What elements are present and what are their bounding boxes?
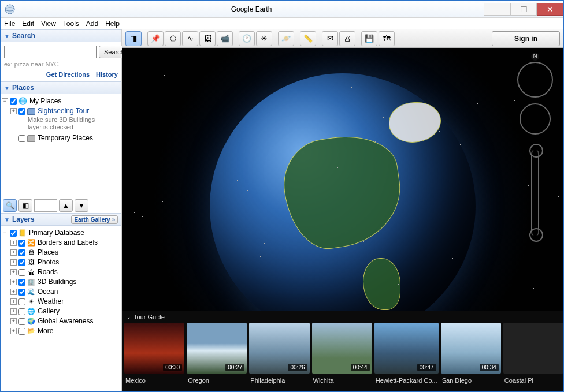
- sightseeing-checkbox[interactable]: [18, 108, 25, 115]
- tour-item[interactable]: Coastal Pl: [503, 323, 563, 391]
- expand-toggle[interactable]: +: [10, 269, 17, 275]
- expand-toggle[interactable]: −: [2, 98, 8, 104]
- layer-label[interactable]: 3D Buildings: [38, 277, 76, 287]
- tour-item[interactable]: 00:47Hewlett-Packard Co...: [374, 323, 439, 391]
- image-overlay-button[interactable]: 🖼: [199, 31, 216, 46]
- planets-button[interactable]: 🪐: [278, 31, 294, 46]
- expand-toggle[interactable]: +: [10, 279, 17, 285]
- layer-checkbox[interactable]: [18, 308, 25, 315]
- expand-toggle[interactable]: +: [10, 240, 17, 246]
- polygon-button[interactable]: ⬠: [165, 31, 181, 46]
- tour-guide-header[interactable]: ⌄Tour Guide: [122, 311, 563, 323]
- expand-toggle[interactable]: +: [10, 298, 17, 305]
- pan-control[interactable]: [520, 103, 551, 135]
- zoom-slider[interactable]: [531, 150, 539, 236]
- history-link[interactable]: History: [96, 71, 118, 78]
- layer-checkbox[interactable]: [18, 328, 25, 335]
- record-tour-button[interactable]: 📹: [217, 31, 233, 46]
- compass-control[interactable]: [517, 62, 553, 98]
- minimize-button[interactable]: —: [484, 3, 510, 16]
- menu-file[interactable]: File: [4, 20, 15, 28]
- expand-toggle[interactable]: +: [10, 328, 17, 334]
- placemark-button[interactable]: 📌: [147, 31, 164, 46]
- search-panel-header[interactable]: ▼Search: [1, 29, 121, 42]
- tour-item[interactable]: 00:30Mexico: [124, 323, 184, 391]
- menu-tools[interactable]: Tools: [63, 20, 79, 28]
- maximize-button[interactable]: ☐: [510, 3, 537, 16]
- layer-label[interactable]: Borders and Labels: [38, 238, 98, 248]
- layer-checkbox[interactable]: [18, 318, 25, 325]
- close-button[interactable]: ✕: [537, 3, 563, 16]
- expand-toggle[interactable]: −: [2, 230, 8, 236]
- tour-thumbnail[interactable]: 00:26: [249, 323, 309, 374]
- layers-panel-header[interactable]: ▼Layers Earth Gallery »: [1, 213, 121, 226]
- layer-row[interactable]: +🌍Global Awareness: [2, 316, 120, 326]
- search-input[interactable]: [4, 46, 97, 58]
- tour-thumbnail[interactable]: 00:44: [312, 323, 372, 374]
- tour-item[interactable]: 00:26Philadelphia: [249, 323, 309, 391]
- sightseeing-link[interactable]: Sightseeing Tour: [38, 106, 89, 116]
- layer-checkbox[interactable]: [18, 240, 25, 247]
- layer-label[interactable]: Ocean: [38, 287, 58, 297]
- sunlight-button[interactable]: ☀: [256, 31, 272, 46]
- layer-checkbox[interactable]: [18, 249, 25, 256]
- myplaces-label[interactable]: My Places: [29, 96, 61, 106]
- tour-thumbnail[interactable]: 00:34: [441, 323, 501, 374]
- temporary-label[interactable]: Temporary Places: [38, 133, 93, 143]
- save-image-button[interactable]: 💾: [361, 31, 377, 46]
- view-maps-button[interactable]: 🗺: [379, 31, 395, 46]
- tour-thumbnail[interactable]: 00:27: [187, 323, 247, 374]
- menu-help[interactable]: Help: [105, 20, 120, 28]
- globe-viewer[interactable]: ⌄Tour Guide 00:30Mexico00:27Oregon00:26P…: [122, 48, 563, 391]
- globe[interactable]: [210, 73, 476, 339]
- layer-row[interactable]: +🌐Gallery: [2, 307, 120, 316]
- menu-edit[interactable]: Edit: [22, 20, 34, 28]
- layer-label[interactable]: Places: [38, 248, 58, 257]
- signin-button[interactable]: Sign in: [492, 31, 560, 46]
- view-toggle-button[interactable]: ◧: [18, 199, 32, 212]
- layer-label[interactable]: Roads: [38, 267, 58, 277]
- ruler-button[interactable]: 📏: [300, 31, 316, 46]
- historical-imagery-button[interactable]: 🕐: [239, 31, 255, 46]
- tour-thumbnail[interactable]: 00:47: [374, 323, 439, 374]
- menu-view[interactable]: View: [41, 20, 56, 28]
- expand-toggle[interactable]: +: [10, 108, 17, 114]
- layer-row[interactable]: +🏢3D Buildings: [2, 277, 120, 287]
- layer-row[interactable]: +📂More: [2, 326, 120, 336]
- layer-checkbox[interactable]: [18, 279, 25, 286]
- layer-label[interactable]: More: [38, 326, 53, 336]
- email-button[interactable]: ✉: [322, 31, 338, 46]
- places-filter-input[interactable]: [34, 199, 57, 212]
- layer-row[interactable]: +☀Weather: [2, 297, 120, 307]
- move-up-button[interactable]: ▲: [59, 199, 73, 212]
- tour-thumbnail[interactable]: [503, 323, 563, 374]
- layer-row[interactable]: +🛣Roads: [2, 267, 120, 277]
- primary-db-checkbox[interactable]: [10, 230, 17, 237]
- layer-row[interactable]: +🏛Places: [2, 248, 120, 257]
- tour-item[interactable]: 00:34San Diego: [441, 323, 501, 391]
- layer-checkbox[interactable]: [18, 269, 25, 276]
- layer-row[interactable]: +🌊Ocean: [2, 287, 120, 297]
- expand-toggle[interactable]: +: [10, 318, 17, 324]
- expand-toggle[interactable]: +: [10, 259, 17, 266]
- sidebar-toggle-button[interactable]: ◨: [125, 31, 142, 46]
- layer-checkbox[interactable]: [18, 298, 25, 305]
- temporary-checkbox[interactable]: [18, 135, 25, 142]
- expand-toggle[interactable]: +: [10, 249, 17, 256]
- move-down-button[interactable]: ▼: [75, 199, 88, 212]
- layer-label[interactable]: Weather: [38, 297, 64, 307]
- earth-gallery-button[interactable]: Earth Gallery »: [71, 215, 118, 224]
- places-panel-header[interactable]: ▼Places: [1, 81, 121, 94]
- tour-item[interactable]: 00:44Wichita: [312, 323, 372, 391]
- myplaces-checkbox[interactable]: [10, 98, 17, 105]
- print-button[interactable]: 🖨: [339, 31, 355, 46]
- layer-label[interactable]: Gallery: [38, 307, 60, 316]
- layer-row[interactable]: +🖼Photos: [2, 257, 120, 267]
- expand-toggle[interactable]: +: [10, 289, 17, 295]
- get-directions-link[interactable]: Get Directions: [46, 71, 90, 78]
- menu-add[interactable]: Add: [86, 20, 98, 28]
- search-places-button[interactable]: 🔍: [3, 199, 17, 212]
- layer-checkbox[interactable]: [18, 259, 25, 266]
- layer-label[interactable]: Photos: [38, 257, 59, 267]
- primary-db-label[interactable]: Primary Database: [29, 228, 84, 238]
